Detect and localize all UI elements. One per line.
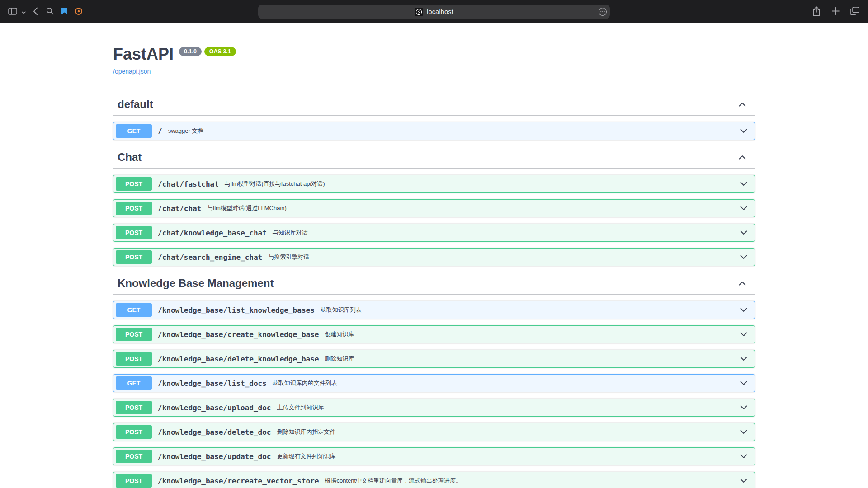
method-badge: POST (116, 401, 152, 414)
api-section: Chat POST /chat/fastchat 与llm模型对话(直接与fas… (113, 146, 755, 266)
sidebar-menu-button[interactable] (20, 4, 27, 19)
operation-summary: 删除知识库 (325, 355, 354, 363)
share-icon (812, 6, 821, 18)
bookmark-extension-icon (61, 7, 68, 16)
chevron-down-icon (740, 308, 747, 312)
ellipsis-circle-icon (598, 7, 607, 18)
api-section: Knowledge Base Management GET /knowledge… (113, 272, 755, 488)
chevron-down-icon (740, 255, 747, 259)
operation-summary: 删除知识库内指定文件 (277, 428, 335, 436)
share-button[interactable] (808, 4, 825, 19)
oas-badge: OAS 3.1 (204, 47, 236, 56)
search-button[interactable] (43, 4, 56, 19)
section-header[interactable]: Chat (113, 146, 755, 169)
operation-row[interactable]: POST /knowledge_base/delete_knowledge_ba… (113, 350, 755, 368)
target-extension-icon (75, 7, 83, 17)
chevron-down-icon (740, 230, 747, 235)
api-sections: default GET / swagger 文档 Chat POST /chat… (113, 94, 755, 488)
browser-toolbar: localhost (0, 0, 868, 23)
operation-summary: 与llm模型对话(通过LLMChain) (207, 204, 287, 212)
chevron-down-icon (740, 479, 747, 483)
operation-row[interactable]: POST /chat/chat 与llm模型对话(通过LLMChain) (113, 199, 755, 217)
section-header[interactable]: default (113, 94, 755, 116)
operation-path: /knowledge_base/delete_knowledge_base (158, 355, 319, 363)
operation-row[interactable]: GET /knowledge_base/list_knowledge_bases… (113, 301, 755, 319)
chevron-down-icon (740, 381, 747, 385)
page-menu-button[interactable] (598, 7, 607, 18)
method-badge: POST (116, 352, 152, 366)
back-button[interactable] (29, 4, 42, 19)
chevron-up-icon (739, 100, 746, 108)
method-badge: POST (116, 177, 152, 191)
method-badge: POST (116, 450, 152, 463)
operation-path: /knowledge_base/list_knowledge_bases (158, 306, 315, 314)
method-badge: GET (116, 376, 152, 390)
api-section: default GET / swagger 文档 (113, 94, 755, 140)
method-badge: POST (116, 474, 152, 488)
swagger-ui: FastAPI 0.1.0 OAS 3.1 /openapi.json defa… (104, 23, 764, 488)
method-badge: GET (116, 303, 152, 317)
chevron-up-icon (739, 279, 746, 287)
section-title: Chat (118, 151, 142, 164)
operation-summary: 更新现有文件到知识库 (277, 452, 335, 460)
operation-row[interactable]: POST /chat/search_engine_chat 与搜索引擎对话 (113, 248, 755, 266)
operation-row[interactable]: POST /knowledge_base/create_knowledge_ba… (113, 325, 755, 343)
tab-overview-button[interactable] (846, 4, 863, 19)
operation-path: /knowledge_base/create_knowledge_base (158, 330, 319, 339)
chevron-down-icon (22, 9, 26, 15)
operation-path: /knowledge_base/upload_doc (158, 404, 271, 412)
operation-row[interactable]: POST /knowledge_base/delete_doc 删除知识库内指定… (113, 423, 755, 441)
operation-summary: 与知识库对话 (273, 229, 308, 237)
search-icon (46, 7, 54, 16)
method-badge: POST (116, 328, 152, 341)
extension-target-button[interactable] (72, 4, 85, 19)
method-badge: GET (116, 124, 152, 138)
chevron-left-icon (33, 7, 38, 17)
operation-path: /knowledge_base/update_doc (158, 452, 271, 461)
operation-row[interactable]: GET /knowledge_base/list_docs 获取知识库内的文件列… (113, 374, 755, 392)
chevron-down-icon (740, 206, 747, 211)
chevron-down-icon (740, 405, 747, 410)
openapi-spec-link[interactable]: /openapi.json (113, 68, 151, 75)
operation-row[interactable]: GET / swagger 文档 (113, 122, 755, 140)
operation-summary: 获取知识库列表 (321, 306, 362, 314)
chevron-down-icon (740, 129, 747, 133)
chevron-down-icon (740, 357, 747, 361)
section-title: default (118, 98, 153, 111)
operation-row[interactable]: POST /chat/knowledge_base_chat 与知识库对话 (113, 224, 755, 242)
operation-summary: swagger 文档 (168, 127, 204, 135)
operation-row[interactable]: POST /knowledge_base/upload_doc 上传文件到知识库 (113, 399, 755, 417)
method-badge: POST (116, 425, 152, 439)
sidebar-toggle-button[interactable] (6, 4, 19, 19)
new-tab-button[interactable] (827, 4, 844, 19)
operation-summary: 根据content中文档重建向量库，流式输出处理进度。 (325, 477, 462, 485)
sidebar-icon (8, 8, 17, 16)
section-operations: GET /knowledge_base/list_knowledge_bases… (113, 301, 755, 488)
chevron-up-icon (739, 153, 746, 161)
section-header[interactable]: Knowledge Base Management (113, 272, 755, 295)
operation-row[interactable]: POST /knowledge_base/update_doc 更新现有文件到知… (113, 447, 755, 465)
operation-path: /knowledge_base/delete_doc (158, 428, 271, 436)
chevron-down-icon (740, 332, 747, 337)
url-text: localhost (427, 8, 453, 15)
method-badge: POST (116, 202, 152, 215)
operation-summary: 创建知识库 (325, 330, 354, 338)
api-info: FastAPI 0.1.0 OAS 3.1 /openapi.json (113, 23, 755, 75)
tab-overview-icon (850, 7, 859, 17)
operation-path: /knowledge_base/recreate_vector_store (158, 477, 319, 485)
operation-summary: 与llm模型对话(直接与fastchat api对话) (225, 180, 325, 188)
address-bar[interactable]: localhost (258, 5, 610, 19)
operation-row[interactable]: POST /chat/fastchat 与llm模型对话(直接与fastchat… (113, 175, 755, 193)
operation-summary: 上传文件到知识库 (277, 404, 324, 412)
chevron-down-icon (740, 182, 747, 186)
operation-path: /chat/chat (158, 204, 201, 213)
extension-bookmark-button[interactable] (58, 4, 71, 19)
operation-row[interactable]: POST /knowledge_base/recreate_vector_sto… (113, 472, 755, 488)
section-title: Knowledge Base Management (118, 277, 274, 290)
operation-path: /chat/search_engine_chat (158, 253, 262, 262)
method-badge: POST (116, 226, 152, 239)
operation-path: /knowledge_base/list_docs (158, 379, 267, 388)
chevron-down-icon (740, 454, 747, 459)
method-badge: POST (116, 250, 152, 264)
operation-summary: 与搜索引擎对话 (268, 253, 309, 261)
